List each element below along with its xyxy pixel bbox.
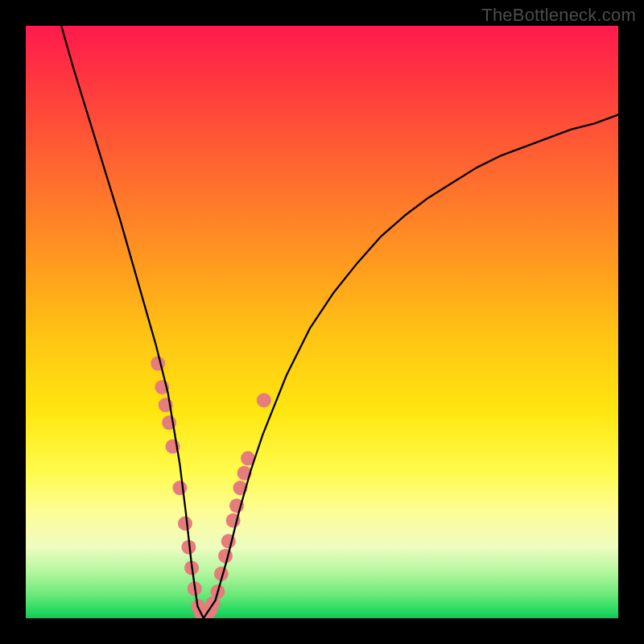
data-marker xyxy=(178,516,192,530)
plot-area xyxy=(26,26,618,618)
watermark-text: TheBottleneck.com xyxy=(481,5,636,26)
chart-frame: TheBottleneck.com xyxy=(0,0,644,644)
data-marker xyxy=(172,481,187,495)
chart-svg xyxy=(26,26,618,618)
data-marker xyxy=(257,393,271,407)
data-marker xyxy=(151,357,165,371)
data-marker xyxy=(218,549,233,564)
bottleneck-curve xyxy=(61,26,618,618)
